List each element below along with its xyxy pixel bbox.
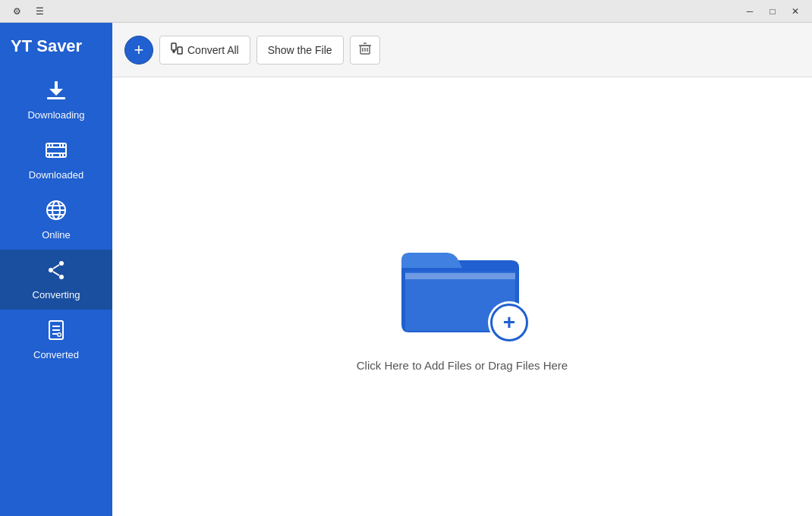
svg-point-21 [49, 268, 53, 272]
show-file-label: Show the File [268, 44, 332, 56]
download-icon [45, 79, 68, 105]
minimize-button[interactable]: ─ [739, 3, 760, 20]
trash-icon [358, 42, 372, 58]
film-icon [45, 139, 68, 165]
app-layout: YT Saver Downloading [0, 23, 812, 516]
sidebar-item-downloaded[interactable]: Downloaded [0, 130, 112, 190]
close-button[interactable]: ✕ [785, 3, 806, 20]
app-title: YT Saver [0, 23, 112, 70]
svg-rect-7 [52, 143, 53, 146]
drop-label: Click Here to Add Files or Drag Files He… [357, 359, 568, 372]
maximize-button[interactable]: □ [762, 3, 783, 20]
sidebar-item-online[interactable]: Online [0, 190, 112, 250]
share-icon [45, 259, 68, 285]
doc-icon [45, 319, 68, 345]
add-circle: + [488, 301, 530, 344]
svg-rect-10 [49, 154, 50, 157]
drop-zone[interactable]: + Click Here to Add Files or Drag Files … [112, 77, 812, 516]
svg-rect-0 [47, 97, 65, 99]
convert-all-button[interactable]: Convert All [159, 36, 250, 64]
show-file-button[interactable]: Show the File [257, 36, 344, 64]
svg-rect-31 [172, 43, 176, 50]
convert-icon [171, 42, 183, 57]
menu-button[interactable]: ☰ [29, 3, 50, 20]
converted-label: Converted [33, 349, 79, 360]
titlebar: ⚙ ☰ ─ □ ✕ [0, 0, 812, 23]
svg-rect-12 [59, 154, 61, 157]
svg-line-22 [53, 265, 59, 269]
svg-rect-9 [62, 143, 64, 146]
online-label: Online [42, 229, 71, 241]
main-content: + Convert All Show the File [112, 23, 812, 516]
folder-icon-container: + [394, 222, 530, 344]
add-circle-inner: + [490, 304, 528, 341]
titlebar-left-controls: ⚙ ☰ [6, 3, 50, 20]
convert-all-label: Convert All [187, 44, 239, 56]
svg-line-23 [53, 272, 59, 275]
toolbar: + Convert All Show the File [112, 23, 812, 77]
delete-button[interactable] [350, 36, 380, 64]
settings-button[interactable]: ⚙ [6, 3, 27, 20]
downloading-label: Downloading [27, 109, 84, 121]
sidebar-item-converted[interactable]: Converted [0, 310, 112, 370]
svg-rect-13 [62, 154, 64, 157]
nav-items: Downloading [0, 70, 112, 516]
sidebar: YT Saver Downloading [0, 23, 112, 516]
svg-rect-6 [49, 143, 50, 146]
svg-rect-32 [178, 47, 182, 54]
svg-marker-2 [49, 89, 63, 96]
svg-rect-8 [59, 143, 61, 146]
svg-rect-4 [46, 146, 66, 148]
add-button[interactable]: + [124, 36, 153, 64]
svg-rect-11 [52, 154, 53, 157]
svg-point-19 [59, 261, 64, 266]
converting-label: Converting [33, 289, 80, 300]
svg-point-20 [59, 275, 64, 279]
globe-icon [45, 199, 68, 225]
svg-rect-5 [46, 153, 66, 154]
sidebar-item-converting[interactable]: Converting [0, 250, 112, 310]
downloaded-label: Downloaded [29, 169, 83, 181]
sidebar-item-downloading[interactable]: Downloading [0, 70, 112, 130]
window-controls: ─ □ ✕ [739, 3, 806, 20]
